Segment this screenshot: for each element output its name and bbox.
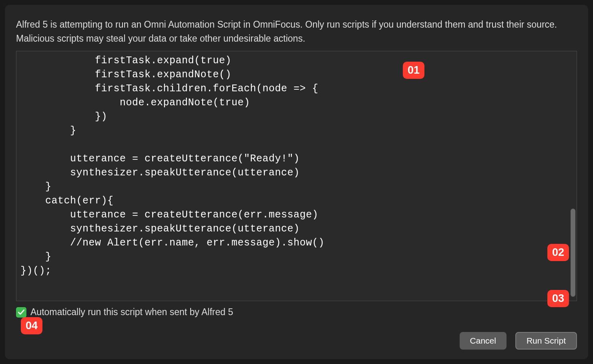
annotation-badge-04: 04 [21, 317, 42, 334]
dialog-buttons: Cancel Run Script [16, 332, 577, 350]
annotation-badge-03: 03 [547, 290, 569, 307]
annotation-badge-02: 02 [547, 244, 569, 261]
annotation-badge-01: 01 [403, 62, 424, 79]
warning-text: Alfred 5 is attempting to run an Omni Au… [16, 18, 577, 45]
auto-run-row: Automatically run this script when sent … [16, 307, 577, 318]
scrollbar-thumb[interactable] [571, 209, 575, 297]
script-permission-dialog: Alfred 5 is attempting to run an Omni Au… [5, 5, 588, 359]
auto-run-label: Automatically run this script when sent … [30, 307, 233, 318]
cancel-button[interactable]: Cancel [460, 332, 507, 350]
auto-run-checkbox[interactable] [16, 307, 26, 318]
run-script-button[interactable]: Run Script [515, 332, 577, 350]
check-icon [18, 309, 25, 316]
scrollbar-track [571, 55, 575, 297]
script-code-viewer[interactable]: firstTask.expand(true) firstTask.expandN… [16, 51, 577, 301]
script-code: firstTask.expand(true) firstTask.expandN… [16, 51, 577, 280]
